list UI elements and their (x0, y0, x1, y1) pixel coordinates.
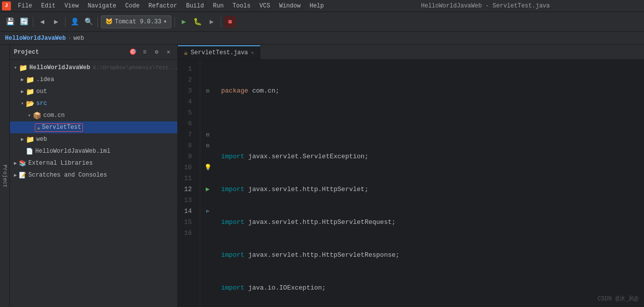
tomcat-label: Tomcat 9.0.33 (115, 18, 161, 25)
gutter-5 (200, 107, 215, 118)
ext-libs-icon: 📚 (19, 160, 26, 167)
line-num-7: 7 (178, 129, 196, 140)
run-btn[interactable]: ▶ (178, 16, 190, 28)
app-icon: J (2, 1, 11, 10)
save-btn[interactable]: 💾 (4, 16, 16, 28)
tab-java-icon: ☕ (184, 49, 188, 57)
tree-item-idea[interactable]: ▶ 📁 .idea (10, 74, 177, 86)
close-sidebar-btn[interactable]: ✕ (163, 47, 173, 57)
line-num-8: 8 (178, 140, 196, 151)
dropdown-arrow-icon: ▾ (163, 18, 167, 25)
tree-label-com-cn: com.cn (43, 112, 65, 119)
menu-file[interactable]: File (14, 1, 36, 10)
back-btn[interactable]: ◀ (36, 16, 48, 28)
main-layout: Project Project 🎯 ≡ ⚙ ✕ ▾ 📁 HelloWorldJa… (0, 45, 644, 307)
line-num-13: 13 (178, 195, 196, 206)
line-num-16: 16 (178, 228, 196, 239)
code-line-2 (221, 118, 638, 129)
bulb-icon: 💡 (204, 162, 212, 173)
search-everywhere-btn[interactable]: 🔍 (82, 16, 94, 28)
breadcrumb-project[interactable]: HelloWorldJavaWeb (5, 35, 66, 42)
menu-run[interactable]: Run (209, 1, 228, 10)
toolbar-sep-4 (174, 17, 175, 27)
code-line-4: import javax.servlet.http.HttpServlet; (221, 184, 638, 195)
line-num-4: 4 (178, 97, 196, 107)
import7-collapse-icon[interactable]: ⊟ (206, 129, 210, 140)
menu-view[interactable]: View (61, 1, 83, 10)
tab-close-btn[interactable]: ✕ (251, 50, 254, 56)
debug-btn[interactable]: 🐛 (192, 16, 204, 28)
tree-item-root[interactable]: ▾ 📁 HelloWorldJavaWeb E:\Dropbox\phoenix… (10, 62, 177, 74)
tree-item-web[interactable]: ▶ 📁 web (10, 133, 177, 145)
collapse-all-btn[interactable]: ≡ (140, 47, 150, 57)
menu-help[interactable]: Help (306, 1, 328, 10)
toolbar-sep-5 (221, 17, 221, 27)
line-num-15: 15 (178, 217, 196, 228)
code-content[interactable]: package com.cn; import javax.servlet.Ser… (215, 60, 644, 307)
add-config-btn[interactable]: 👤 (69, 16, 80, 28)
code-editor[interactable]: 1 2 3 4 5 6 7 8 9 10 11 12 13 14 15 16 (178, 60, 644, 307)
tree-arrow-com-cn: ▾ (26, 112, 33, 119)
tree-label-iml: HelloWorldJavaWeb.iml (35, 148, 110, 155)
tree-label-ext-libs: External Libraries (28, 160, 93, 167)
breadcrumb: HelloWorldJavaWeb › web (0, 32, 644, 45)
menu-navigate[interactable]: Navigate (83, 1, 120, 10)
tree-item-src[interactable]: ▾ 📂 src (10, 98, 177, 109)
tree-label-src: src (36, 100, 47, 107)
tree-label-web: web (36, 136, 47, 143)
menu-edit[interactable]: Edit (37, 1, 60, 10)
locate-file-btn[interactable]: 🎯 (128, 47, 138, 57)
menu-window[interactable]: Window (275, 1, 305, 10)
tree-item-servlettest[interactable]: ☕ ServletTest (10, 121, 177, 133)
line-num-9: 9 (178, 151, 196, 162)
menu-vcs[interactable]: VCS (255, 1, 274, 10)
line-num-2: 2 (178, 75, 196, 86)
gutter-10: 💡 (200, 162, 215, 173)
src-folder-icon: 📂 (26, 100, 34, 108)
import-collapse-icon[interactable]: ⊟ (206, 86, 210, 97)
code-line-6: import javax.servlet.http.HttpServletRes… (221, 250, 638, 261)
tree-arrow-src: ▾ (19, 100, 26, 107)
tree-item-ext-libs[interactable]: ▶ 📚 External Libraries (10, 157, 177, 169)
code-line-7: import java.io.IOException; (221, 283, 638, 294)
tab-bar: ☕ ServletTest.java ✕ (178, 45, 644, 60)
gutter-13 (200, 195, 215, 206)
menu-code[interactable]: Code (121, 1, 144, 10)
menu-refactor[interactable]: Refactor (145, 1, 181, 10)
menu-build[interactable]: Build (182, 1, 208, 10)
run-config-dropdown[interactable]: 🐱 Tomcat 9.0.33 ▾ (101, 15, 171, 28)
run-marker-icon[interactable]: ▶ (206, 184, 210, 195)
line-num-11: 11 (178, 173, 196, 184)
coverage-btn[interactable]: ▶ (206, 16, 218, 28)
tree-item-out[interactable]: ▶ 📁 out (10, 86, 177, 98)
iml-icon: 📄 (26, 148, 33, 155)
editor-area: ☕ ServletTest.java ✕ 1 2 3 4 5 6 7 8 9 1… (178, 45, 644, 307)
menu-tools[interactable]: Tools (229, 1, 254, 10)
tree-item-com-cn[interactable]: ▾ 📦 com.cn (10, 109, 177, 121)
stop-btn[interactable]: ■ (224, 16, 236, 28)
project-side-tab[interactable]: Project (0, 45, 10, 307)
forward-btn[interactable]: ▶ (50, 16, 62, 28)
servlet-java-icon: ☕ (37, 124, 40, 131)
web-folder-icon: 📁 (26, 135, 34, 144)
gutter-16 (200, 228, 215, 239)
tree-arrow-root: ▾ (12, 64, 19, 71)
sync-btn[interactable]: 🔄 (18, 16, 30, 28)
javadoc-collapse-icon[interactable]: ⊟ (206, 140, 210, 151)
tree-item-scratches[interactable]: ▶ 📝 Scratches and Consoles (10, 169, 177, 181)
gutter-2 (200, 75, 215, 86)
breadcrumb-module[interactable]: web (74, 35, 84, 42)
line-num-14: 14 (178, 206, 196, 217)
line-num-5: 5 (178, 107, 196, 118)
tree-item-iml[interactable]: 📄 HelloWorldJavaWeb.iml (10, 145, 177, 157)
code-line-5: import javax.servlet.http.HttpServletReq… (221, 217, 638, 228)
toolbar-sep-1 (33, 17, 33, 27)
sidebar-options-btn[interactable]: ⚙ (152, 47, 161, 57)
tab-servlettest[interactable]: ☕ ServletTest.java ✕ (178, 45, 260, 59)
watermark: CSDN @沐_风@ (597, 295, 638, 303)
toolbar-sep-2 (65, 17, 66, 27)
bookmark-icon[interactable]: ⊳ (206, 206, 210, 217)
line-num-12: 12 (178, 184, 196, 195)
gutter-11 (200, 173, 215, 184)
gutter-14: ⊳ (200, 206, 215, 217)
